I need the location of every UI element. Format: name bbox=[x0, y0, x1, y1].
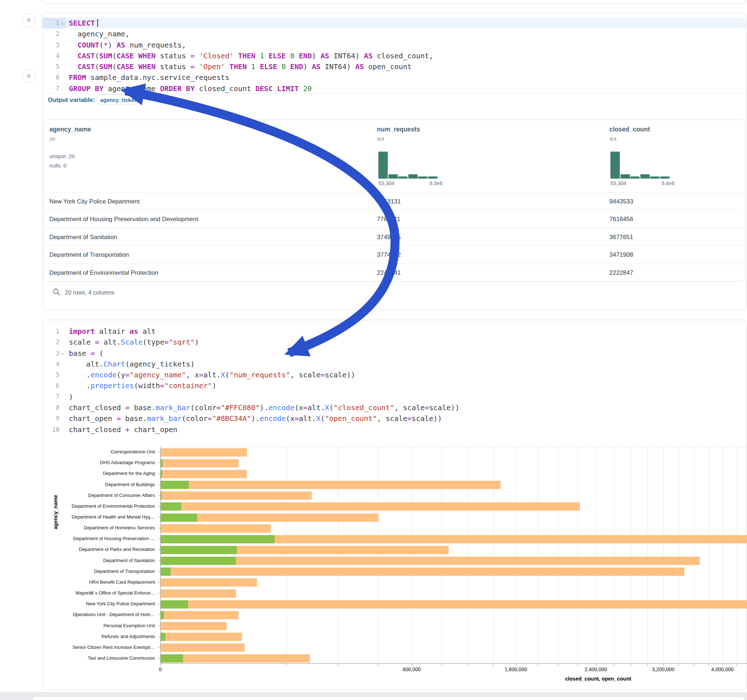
fold-chevron-zone[interactable] bbox=[59, 359, 66, 370]
fold-chevron-zone[interactable] bbox=[59, 337, 66, 347]
fold-chevron-zone[interactable] bbox=[59, 326, 66, 337]
code-line[interactable]: 8chart_closed = base.mark_bar(color="#FF… bbox=[43, 402, 746, 413]
y-axis-tick bbox=[158, 647, 160, 648]
code-line[interactable]: 7GROUP BY agency_name ORDER BY closed_co… bbox=[43, 83, 746, 94]
table-row[interactable]: Department of Environmental Protection22… bbox=[44, 264, 745, 282]
fold-chevron-zone[interactable] bbox=[59, 39, 66, 50]
gridline bbox=[578, 447, 578, 663]
cell-num-requests: 2240041 bbox=[377, 264, 401, 282]
line-number: 7 bbox=[43, 83, 59, 94]
y-axis-title: agency_name bbox=[53, 495, 58, 530]
line-number-gutter: 2 bbox=[43, 337, 66, 347]
histogram-bar bbox=[650, 177, 659, 179]
line-number: 4 bbox=[43, 359, 59, 370]
table-row[interactable]: Department of Sanitation37494853677651 bbox=[44, 228, 745, 246]
open-count-bar bbox=[161, 611, 164, 619]
search-icon[interactable] bbox=[53, 288, 60, 297]
code-line[interactable]: 1SELECT bbox=[43, 18, 746, 29]
code-line[interactable]: 5 .encode(y="agency_name", x=alt.X("num_… bbox=[43, 370, 746, 380]
code-line[interactable]: 6FROM sample_data.nyc.service_requests bbox=[43, 72, 746, 83]
x-axis-tick bbox=[708, 664, 709, 666]
line-number: 10 bbox=[43, 424, 59, 435]
y-axis-label: Taxi and Limousine Commission bbox=[0, 655, 155, 661]
line-number: 3 bbox=[43, 348, 59, 359]
y-axis-tick bbox=[158, 495, 160, 496]
add-cell-button-output[interactable]: + bbox=[22, 69, 36, 83]
histogram-bar bbox=[398, 177, 408, 179]
code-line[interactable]: 4 CAST(SUM(CASE WHEN status = 'Closed' T… bbox=[43, 50, 746, 61]
code-line[interactable]: 1import altair as alt bbox=[43, 326, 746, 337]
fold-chevron-zone[interactable] bbox=[59, 402, 66, 413]
code-line[interactable]: 4 alt.Chart(agency_tickets) bbox=[43, 359, 746, 370]
x-axis-tick bbox=[647, 664, 647, 666]
code-line[interactable]: 7) bbox=[43, 391, 746, 402]
fold-chevron-zone[interactable] bbox=[59, 18, 66, 29]
fold-chevron-zone[interactable] bbox=[59, 61, 66, 72]
open-count-bar bbox=[161, 459, 163, 468]
line-number-gutter: 6 bbox=[43, 72, 66, 83]
fold-chevron-zone[interactable] bbox=[59, 50, 66, 61]
column-header-closed-count[interactable]: closed_count bbox=[609, 126, 650, 133]
open-count-bar bbox=[161, 654, 183, 662]
code-line[interactable]: 5 CAST(SUM(CASE WHEN status = 'Open' THE… bbox=[43, 61, 746, 72]
chevron-down-icon[interactable] bbox=[60, 351, 65, 355]
table-row[interactable]: Department of Housing Preservation and D… bbox=[44, 210, 745, 228]
code-line[interactable]: 9chart_open = base.mark_bar(color="#8BC3… bbox=[43, 413, 746, 424]
x-axis-tick-label: 800,000 bbox=[390, 667, 434, 672]
chevron-down-icon[interactable] bbox=[60, 21, 65, 24]
fold-chevron-zone[interactable] bbox=[59, 424, 66, 435]
line-number-gutter: 1 bbox=[43, 18, 66, 29]
code-text: agency_name, bbox=[69, 29, 130, 39]
code-line[interactable]: 2scale = alt.Scale(type="sqrt") bbox=[43, 337, 746, 347]
code-line[interactable]: 2 agency_name, bbox=[43, 29, 746, 39]
y-axis-label: Operations Unit - Department of Hom… bbox=[0, 612, 155, 617]
histogram-bar bbox=[640, 174, 650, 179]
fold-chevron-zone[interactable] bbox=[59, 380, 66, 391]
code-line[interactable]: 10chart_closed + chart_open bbox=[43, 424, 746, 435]
x-axis-tick bbox=[596, 664, 596, 666]
closed-count-bar bbox=[161, 567, 684, 576]
x-axis-tick-label: 1,600,000 bbox=[494, 667, 538, 672]
table-row[interactable]: Department of Transportation377489234719… bbox=[44, 246, 745, 264]
closed-count-bar bbox=[161, 590, 236, 598]
line-number-gutter: 3 bbox=[43, 39, 66, 50]
code-line[interactable]: 3 COUNT(*) AS num_requests, bbox=[43, 39, 746, 50]
line-number: 6 bbox=[43, 72, 59, 83]
line-number-gutter: 9 bbox=[43, 413, 66, 424]
output-variable-pill[interactable]: agency_tickets bbox=[96, 94, 139, 105]
code-line[interactable]: 3base = ( bbox=[43, 348, 746, 359]
fold-chevron-zone[interactable] bbox=[59, 413, 66, 424]
fold-chevron-zone[interactable] bbox=[59, 370, 66, 380]
fold-chevron-zone[interactable] bbox=[59, 29, 66, 39]
gridline bbox=[442, 447, 442, 663]
column-header-agency-name[interactable]: agency_name bbox=[49, 126, 91, 133]
x-axis-tick bbox=[631, 664, 631, 666]
cell-divider bbox=[43, 94, 746, 94]
x-axis-tick bbox=[694, 664, 694, 666]
fold-chevron-zone[interactable] bbox=[59, 83, 66, 94]
y-axis-label: Department of Homeless Services bbox=[0, 525, 155, 531]
x-axis-tick bbox=[516, 664, 516, 666]
open-count-bar bbox=[161, 557, 236, 565]
y-axis-label: Department of Housing Preservation … bbox=[0, 536, 155, 542]
y-axis-tick bbox=[158, 604, 160, 604]
next-cell-edge bbox=[32, 696, 745, 700]
x-axis-tick bbox=[577, 664, 578, 666]
output-variable-label: Output variable: bbox=[48, 97, 95, 104]
fold-chevron-zone[interactable] bbox=[59, 348, 66, 359]
fold-chevron-zone[interactable] bbox=[59, 72, 66, 83]
fold-chevron-zone[interactable] bbox=[59, 391, 66, 402]
open-count-bar bbox=[161, 567, 171, 576]
y-axis-tick bbox=[158, 528, 160, 528]
column-header-num-requests[interactable]: num_requests bbox=[377, 126, 420, 133]
python-code-editor[interactable]: 1import altair as alt2scale = alt.Scale(… bbox=[43, 326, 746, 435]
line-number: 1 bbox=[43, 326, 59, 337]
table-row[interactable]: New York City Police Department945313194… bbox=[44, 192, 745, 210]
histogram-max-label: 9.5e6 bbox=[378, 180, 443, 186]
code-line[interactable]: 6 .properties(width="container") bbox=[43, 380, 746, 391]
add-cell-button-top[interactable]: + bbox=[22, 14, 36, 27]
notebook-page: + + 1SELECT2 agency_name,3 COUNT(*) AS n… bbox=[0, 0, 747, 700]
open-count-bar bbox=[161, 600, 188, 608]
code-text: ) bbox=[69, 391, 73, 402]
sql-code-editor[interactable]: 1SELECT2 agency_name,3 COUNT(*) AS num_r… bbox=[43, 18, 746, 94]
